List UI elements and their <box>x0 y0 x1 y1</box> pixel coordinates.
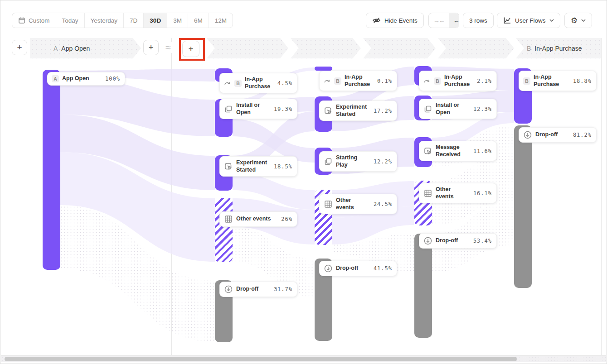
flow-node-card-in-app-purchase[interactable]: BIn-App Purchase0.1% <box>319 71 397 91</box>
flow-node-card-drop-off[interactable]: Drop-off53.4% <box>419 233 497 249</box>
flow-node-value: 11.6% <box>473 148 492 154</box>
dropoff-icon <box>224 285 233 294</box>
skip-arrow-icon <box>224 80 231 86</box>
step-badge-a: A <box>52 75 59 82</box>
flow-node-bar-drop-off[interactable] <box>414 234 432 338</box>
flow-node-value: 18.5% <box>274 163 292 170</box>
flow-node-label: Install or Open <box>236 102 271 116</box>
grid-icon <box>423 189 432 198</box>
flow-node-label: In-App Purchase <box>534 74 570 88</box>
flow-node-value: 19.3% <box>274 106 292 112</box>
grid-icon <box>224 215 233 224</box>
copy-icon <box>224 105 233 114</box>
flow-node-label: Starting Play <box>336 154 370 168</box>
flow-node-value: 81.2% <box>573 132 592 138</box>
flow-node-label: Experiment Started <box>236 159 271 173</box>
flow-node-label: Message Received <box>436 144 470 158</box>
flow-node-label: Other events <box>336 197 370 211</box>
flow-node-card-other-events[interactable]: Other events16.1% <box>419 183 497 203</box>
skip-arrow-icon <box>423 78 431 84</box>
flow-node-card-drop-off[interactable]: Drop-off31.7% <box>219 282 297 297</box>
flow-node-card-in-app-purchase[interactable]: BIn-App Purchase4.5% <box>219 73 297 93</box>
flow-node-bar-app-open[interactable] <box>43 70 60 270</box>
step-badge-b: B <box>234 80 242 87</box>
approx-symbol: ≈ <box>165 42 172 53</box>
flow-node-card-app-open[interactable]: AApp Open100% <box>47 72 125 86</box>
flow-node-card-experiment-started[interactable]: Experiment Started17.2% <box>319 101 397 121</box>
flow-node-label: In-App Purchase <box>345 74 374 88</box>
user-flows-app: CustomTodayYesterday7D30D3M6M12M Hide Ev… <box>0 0 607 364</box>
copy-icon <box>423 105 432 114</box>
horizontal-scrollbar-track <box>1 355 606 362</box>
flow-node-value: 4.5% <box>277 80 292 86</box>
flow-node-value: 53.4% <box>473 238 492 244</box>
step-badge-b: B <box>523 77 530 85</box>
flow-node-value: 18.8% <box>573 78 592 84</box>
flow-node-value: 24.5% <box>374 201 392 207</box>
flow-node-value: 26% <box>281 216 292 222</box>
click-icon <box>224 162 233 171</box>
flow-node-label: Install or Open <box>436 102 470 116</box>
skip-arrow-icon <box>324 78 331 84</box>
flow-node-label: Other events <box>236 216 278 223</box>
flow-node-value: 2.1% <box>477 78 492 84</box>
dropoff-icon <box>523 130 532 139</box>
flow-node-card-other-events[interactable]: Other events26% <box>219 211 297 227</box>
flow-node-card-experiment-started[interactable]: Experiment Started18.5% <box>219 156 297 177</box>
flow-node-bar-in-app-purchase[interactable] <box>315 67 332 71</box>
flow-node-label: Drop-off <box>436 237 470 244</box>
flow-node-card-starting-play[interactable]: Starting Play12.2% <box>319 151 397 172</box>
flow-node-bar-drop-off[interactable] <box>514 125 532 288</box>
flow-node-card-in-app-purchase[interactable]: BIn-App Purchase18.8% <box>519 71 597 91</box>
flow-node-card-drop-off[interactable]: Drop-off81.2% <box>519 127 597 143</box>
copy-icon <box>324 157 333 166</box>
flow-node-card-message-received[interactable]: Message Received11.6% <box>419 141 497 161</box>
flow-node-value: 12.2% <box>374 158 392 165</box>
flow-node-card-install-or-open[interactable]: Install or Open19.3% <box>219 99 297 119</box>
flow-node-card-drop-off[interactable]: Drop-off41.5% <box>319 261 397 276</box>
step-badge-b: B <box>334 77 341 85</box>
step-badge-b: B <box>434 77 441 85</box>
flow-node-value: 0.1% <box>377 78 392 84</box>
dropoff-icon <box>324 264 333 273</box>
flow-node-value: 17.2% <box>374 108 392 114</box>
flow-node-label: In-App Purchase <box>245 76 274 90</box>
flow-node-label: Drop-off <box>336 265 370 272</box>
flow-node-label: Drop-off <box>535 131 570 139</box>
flow-node-label: Other events <box>436 186 470 200</box>
horizontal-scrollbar-thumb[interactable] <box>5 357 517 361</box>
flow-node-value: 16.1% <box>473 190 492 196</box>
flow-node-bar-other-events[interactable] <box>215 198 233 262</box>
flow-node-label: Experiment Started <box>336 104 370 118</box>
click-icon <box>324 106 333 115</box>
flow-node-value: 12.3% <box>473 106 492 112</box>
flow-node-label: Drop-off <box>236 286 271 293</box>
flow-node-value: 31.7% <box>274 286 292 292</box>
click-icon <box>423 147 432 156</box>
flow-node-card-in-app-purchase[interactable]: BIn-App Purchase2.1% <box>419 71 497 91</box>
flow-node-label: App Open <box>62 75 102 82</box>
flow-node-value: 100% <box>105 76 120 82</box>
flow-node-label: In-App Purchase <box>444 74 474 88</box>
flow-node-value: 41.5% <box>374 265 392 272</box>
grid-icon <box>324 200 333 209</box>
flow-node-card-other-events[interactable]: Other events24.5% <box>319 194 397 214</box>
flow-node-card-install-or-open[interactable]: Install or Open12.3% <box>419 99 497 119</box>
dropoff-icon <box>423 236 432 245</box>
